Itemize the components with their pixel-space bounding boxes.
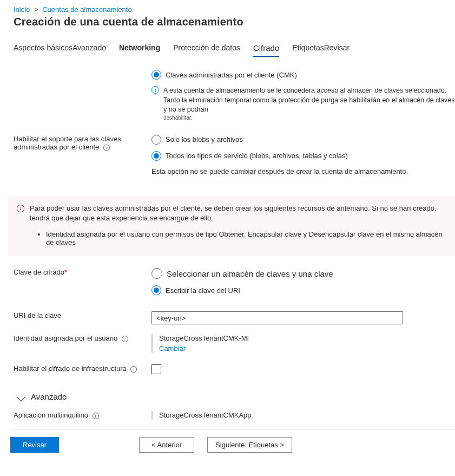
radio-icon-checked bbox=[151, 70, 161, 80]
breadcrumb-separator: > bbox=[34, 5, 38, 14]
tab-data-protection[interactable]: Protección de datos bbox=[173, 43, 240, 57]
info-icon[interactable]: i bbox=[122, 336, 128, 342]
warning-icon: i bbox=[17, 205, 24, 212]
advanced-label: Avanzado bbox=[31, 392, 67, 401]
radio-enter-uri[interactable]: Escribir la clave del URI bbox=[151, 285, 455, 295]
radio-all-services[interactable]: Todos los tipos de servicio (blobs, arch… bbox=[151, 151, 455, 161]
footer: Revisar < Anterior Siguiente: Etiquetas … bbox=[10, 429, 455, 453]
radio-blobs-files[interactable]: Solo los blobs y archivos bbox=[151, 135, 455, 145]
review-button[interactable]: Revisar bbox=[10, 437, 59, 453]
previous-button[interactable]: < Anterior bbox=[139, 437, 194, 453]
warning-block: i Para poder usar las claves administrad… bbox=[8, 196, 455, 257]
breadcrumb: Inicio > Cuentas de almacenamiento bbox=[14, 5, 455, 14]
radio-icon-checked bbox=[151, 151, 161, 161]
cmk-note: A esta cuenta de almacenamiento se le co… bbox=[163, 86, 455, 115]
info-icon: i bbox=[151, 86, 159, 94]
info-icon[interactable]: i bbox=[93, 413, 99, 419]
warning-bullet: Identidad asignada por el usuario con pe… bbox=[46, 230, 452, 246]
info-icon[interactable]: i bbox=[103, 145, 110, 151]
info-icon[interactable]: i bbox=[130, 366, 137, 373]
radio-blobs-files-label: Solo los blobs y archivos bbox=[166, 135, 243, 144]
tab-review[interactable]: Revisar bbox=[324, 43, 350, 57]
radio-select-vault[interactable]: Seleccionar un almacén de claves y una c… bbox=[151, 268, 455, 279]
cmk-note-tail: deshabilitar. bbox=[163, 115, 455, 121]
infra-encryption-label: Habilitar el cifrado de infraestructura bbox=[14, 364, 127, 373]
tab-tags[interactable]: Etiquetas bbox=[292, 43, 324, 57]
radio-cmk[interactable]: Claves administradas por el cliente (CMK… bbox=[151, 70, 455, 80]
warning-text: Para poder usar las claves administradas… bbox=[30, 204, 452, 224]
tab-encryption[interactable]: Cifrado bbox=[253, 43, 279, 57]
radio-icon-checked bbox=[151, 285, 161, 295]
multi-tenant-value: StorageCrossTenantCMKApp bbox=[151, 411, 455, 419]
key-uri-label: URI de la clave bbox=[14, 311, 151, 324]
breadcrumb-home[interactable]: Inicio bbox=[14, 5, 30, 14]
breadcrumb-storage[interactable]: Cuentas de almacenamiento bbox=[42, 5, 132, 14]
radio-enter-uri-label: Escribir la clave del URI bbox=[166, 286, 240, 295]
tab-networking[interactable]: Networking bbox=[119, 43, 160, 57]
radio-icon bbox=[151, 268, 162, 279]
advanced-toggle[interactable]: Avanzado bbox=[18, 392, 455, 401]
chevron-down-icon bbox=[17, 392, 26, 401]
radio-all-services-label: Todos los tipos de servicio (blobs, arch… bbox=[166, 152, 348, 160]
identity-value: StorageCrossTenantCMK-MI bbox=[159, 334, 455, 342]
identity-change-link[interactable]: Cambiar bbox=[159, 344, 186, 353]
multi-tenant-label: Aplicación multiinquilino bbox=[14, 411, 88, 419]
infra-encryption-checkbox[interactable] bbox=[151, 364, 161, 374]
enable-cmk-subnote: Esta opción no se puede cambiar después … bbox=[151, 167, 455, 175]
tab-basics[interactable]: Aspectos básicos bbox=[14, 43, 72, 57]
radio-select-vault-label: Seleccionar un almacén de claves y una c… bbox=[167, 269, 333, 278]
next-button[interactable]: Siguiente: Etiquetas > bbox=[207, 437, 292, 453]
tab-advanced[interactable]: Avanzado bbox=[72, 43, 106, 57]
encryption-key-label: Clave de cifrado bbox=[14, 268, 64, 276]
user-identity-label: Identidad asignada por el usuario bbox=[14, 334, 117, 342]
radio-cmk-label: Claves administradas por el cliente (CMK… bbox=[166, 71, 297, 79]
radio-icon bbox=[151, 135, 161, 145]
tabs: Aspectos básicos Avanzado Networking Pro… bbox=[14, 43, 455, 57]
page-title: Creación de una cuenta de almacenamiento bbox=[14, 16, 455, 28]
key-uri-input[interactable] bbox=[151, 311, 403, 324]
